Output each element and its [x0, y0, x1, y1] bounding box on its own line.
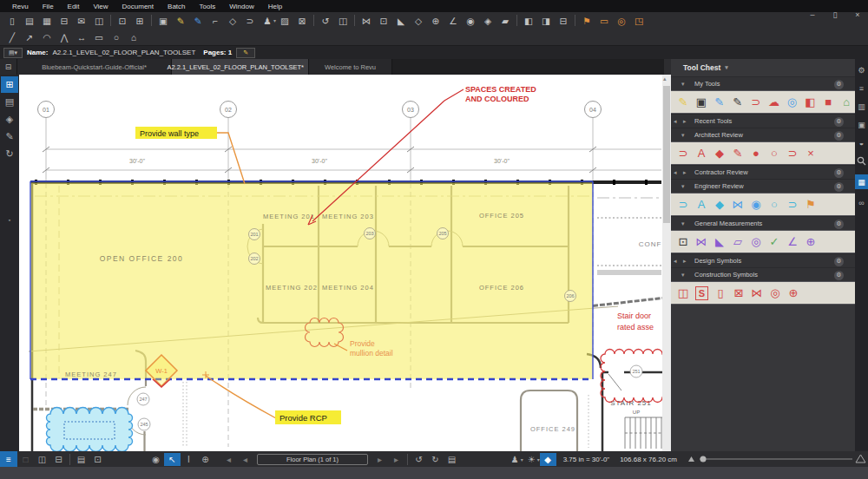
close-button[interactable]: × [852, 10, 863, 19]
next-view-button[interactable]: ↻ [427, 453, 444, 466]
scrollbar-thumb[interactable] [663, 86, 670, 223]
tab-welcome[interactable]: Welcome to Revu [309, 59, 392, 75]
eng-text-note-tool[interactable]: A [693, 195, 710, 214]
volume-icon[interactable]: ◇ [410, 14, 427, 28]
zoom-in-icon[interactable] [856, 455, 865, 463]
multi-window-icon[interactable]: ▤ [73, 453, 89, 466]
meas-diameter-tool[interactable]: ◎ [747, 233, 765, 252]
meas-area-tool[interactable]: ⊡ [674, 233, 692, 252]
area-measure-icon[interactable]: ⊡ [375, 14, 392, 28]
rect-fill-tool[interactable]: ■ [819, 93, 837, 112]
history-panel-icon[interactable]: ↻ [1, 146, 18, 162]
menu-file[interactable]: File [36, 3, 61, 10]
link-icon[interactable]: ◧ [520, 14, 537, 28]
open-icon[interactable]: ▤ [21, 14, 38, 28]
meas-count-tool[interactable]: ⊕ [802, 233, 819, 252]
eng-flag-check-tool[interactable]: ⚑ [802, 195, 819, 214]
eng-length-tool[interactable]: ⋈ [729, 195, 746, 214]
chevron-right-icon[interactable]: ▸ [683, 118, 687, 125]
flatten-icon[interactable]: ▰ [496, 14, 514, 28]
gear-icon[interactable]: ⚙ [834, 80, 844, 89]
menu-document[interactable]: Document [115, 3, 161, 10]
full-screen-icon[interactable]: ⊡ [89, 453, 106, 466]
section-recent-tools[interactable]: ◂ ▸ Recent Tools ⚙ [671, 114, 855, 128]
tab-quickstart-guide[interactable]: Bluebeam-Quickstart-Guide-Official* [17, 59, 172, 75]
arc-tool-icon[interactable]: ◠ [38, 30, 56, 44]
email-icon[interactable]: ✉ [73, 14, 90, 28]
next-page-button[interactable]: ▸ [372, 453, 388, 466]
eng-callout-tool[interactable]: ⊃ [674, 195, 692, 214]
document-menu-button[interactable]: ▤ ▾ [3, 48, 23, 58]
chevron-down-icon[interactable]: ▾ [681, 220, 685, 227]
capture-icon[interactable]: ◉ [462, 14, 479, 28]
cloud-red-tool[interactable]: ☁ [766, 93, 783, 112]
cloud-ellipse-tool[interactable]: ◎ [783, 93, 800, 112]
line-tool-icon[interactable]: ╱ [3, 30, 21, 44]
gear-icon[interactable]: ⚙ [834, 220, 844, 229]
region-icon[interactable]: ◳ [630, 14, 648, 28]
meas-angle-tool[interactable]: ∠ [784, 233, 801, 252]
polyline-tool-icon[interactable]: ⋀ [56, 30, 73, 44]
callout-red-tool[interactable]: ⊃ [747, 93, 765, 112]
compare-mode-icon[interactable]: ◆ [540, 453, 556, 466]
gear-icon[interactable]: ⚙ [834, 182, 844, 192]
polygon-icon[interactable]: ◇ [224, 14, 241, 28]
callout-icon[interactable]: ⊃ [241, 14, 259, 28]
markups-panel-icon[interactable]: ✎ [1, 128, 18, 145]
arch-cross-out-tool[interactable]: × [802, 144, 819, 163]
con-door-symbol-tool[interactable]: ◫ [674, 284, 692, 303]
continuous-view-icon[interactable]: ◫ [34, 453, 50, 466]
last-page-button[interactable]: ▸ [388, 453, 404, 466]
arch-ellipse-tool[interactable]: ○ [766, 144, 783, 163]
section-contractor-review[interactable]: ◂ ▸ Contractor Review ⚙ [671, 165, 855, 179]
stair-door-note-markup[interactable]: Stair door rated asse [617, 312, 654, 331]
previous-page-button[interactable]: ◂ [237, 453, 253, 466]
con-valve-symbol-tool[interactable]: ⋈ [748, 284, 766, 303]
con-target-symbol-tool[interactable]: ◎ [766, 284, 784, 303]
new-document-icon[interactable]: ▯ [3, 14, 21, 28]
form-icon[interactable]: ⊟ [555, 14, 572, 28]
tool-chest-header[interactable]: Tool Chest ▾ [671, 59, 855, 76]
spaces-panel-icon[interactable]: ◒ [855, 138, 868, 148]
arch-fill-area-tool[interactable]: ◆ [711, 144, 728, 163]
gear-icon[interactable]: ⚙ [834, 168, 844, 178]
thumbnails-panel-icon[interactable]: ⊞ [1, 76, 18, 93]
arch-text-note-tool[interactable]: A [693, 144, 710, 163]
ellipse-tool-icon[interactable]: ○ [108, 30, 125, 44]
select-tool-icon[interactable]: ↖ [164, 453, 181, 466]
con-fixture-symbol-tool[interactable]: ⊕ [785, 284, 802, 303]
minimize-button[interactable]: – [807, 10, 818, 19]
section-my-tools[interactable]: ▾ My Tools ⚙ [671, 76, 855, 90]
con-window-symbol-tool[interactable]: ⊠ [730, 284, 747, 303]
menu-view[interactable]: View [86, 3, 115, 10]
flag-icon[interactable]: ⚑ [578, 14, 595, 28]
vertical-scrollbar[interactable]: ▴ [662, 75, 671, 451]
eng-ellipse-tool[interactable]: ○ [766, 195, 783, 214]
search-panel-icon[interactable] [855, 156, 868, 166]
menu-tools[interactable]: Tools [193, 3, 223, 10]
meas-perimeter-tool[interactable]: ▱ [729, 233, 746, 252]
previous-view-button[interactable]: ↺ [411, 453, 427, 466]
edit-document-button[interactable]: ✎ [236, 48, 255, 58]
image-note-tool[interactable]: ▣ [693, 93, 710, 112]
highlighter-icon[interactable]: ✎ [172, 14, 189, 28]
polygon-green-tool[interactable]: ⌂ [838, 93, 855, 112]
scroll-up-arrow[interactable]: ▴ [663, 75, 667, 82]
split-view-icon[interactable]: ⊟ [50, 453, 67, 466]
paste-icon[interactable]: ⊞ [131, 14, 148, 28]
panel-splitter-handle[interactable]: ▪ [9, 217, 10, 223]
select-text-tool-icon[interactable]: I [181, 453, 197, 466]
arch-cloud-callout-tool[interactable]: ⊃ [784, 144, 801, 163]
menu-help[interactable]: Help [261, 3, 289, 10]
drawing-canvas[interactable]: 01 02 03 04 30'-0" 30'-0" 30'-0" [19, 75, 662, 451]
image-icon[interactable]: ▨ [276, 14, 293, 28]
pan-tool-icon[interactable]: ◉ [148, 453, 164, 466]
sync-icon[interactable]: ↺ [317, 14, 334, 28]
page-navigation-box[interactable]: Floor Plan (1 of 1) [257, 454, 368, 465]
calibrate-icon[interactable]: ◣ [392, 14, 410, 28]
single-page-view-icon[interactable]: □ [17, 453, 34, 466]
text-box-icon[interactable]: ⌐ [207, 14, 224, 28]
rectangle-tool-icon[interactable]: ▭ [90, 30, 108, 44]
stamp-draft-icon[interactable]: ▭ [595, 14, 613, 28]
menu-edit[interactable]: Edit [61, 3, 87, 10]
